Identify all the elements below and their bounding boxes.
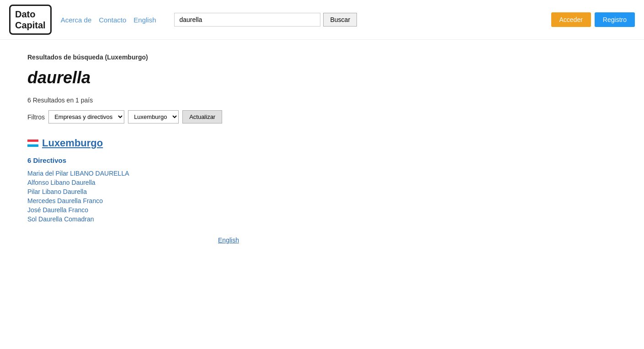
search-button[interactable]: Buscar [323,13,357,27]
logo[interactable]: Dato Capital [9,5,52,35]
results-count: 6 Resultados en 1 país [27,97,430,104]
luxembourg-flag-icon [27,140,38,147]
directivos-subtitle: 6 Directivos [27,156,430,164]
update-button[interactable]: Actualizar [182,110,222,123]
list-item: Mercedes Daurella Franco [27,197,430,204]
nav-links: Acerca de Contacto English [61,16,156,24]
list-item: Maria del Pilar LIBANO DAURELLA [27,170,430,177]
person-link[interactable]: Maria del Pilar LIBANO DAURELLA [27,170,129,177]
search-area: Buscar [174,13,542,27]
person-list: Maria del Pilar LIBANO DAURELLAAlfonso L… [27,170,430,223]
svg-rect-2 [27,145,38,147]
person-link[interactable]: Alfonso Libano Daurella [27,179,96,186]
svg-rect-0 [27,140,38,142]
nav-language[interactable]: English [133,16,156,24]
filters-label: Filtros [27,113,45,121]
footer-language-link[interactable]: English [218,236,239,244]
list-item: José Daurella Franco [27,206,430,214]
svg-rect-1 [27,142,38,144]
person-link[interactable]: Pilar Libano Daurella [27,188,87,195]
person-link[interactable]: José Daurella Franco [27,206,88,214]
filter-type-select[interactable]: Empresas y directivos [48,110,124,123]
country-header: Luxemburgo [27,137,430,149]
query-heading: daurella [27,68,430,87]
logo-line2: Capital [15,20,46,30]
results-title: Resultados de búsqueda (Luxemburgo) [27,54,430,61]
header: Dato Capital Acerca de Contacto English … [0,0,644,40]
country-name-link[interactable]: Luxemburgo [42,137,103,149]
register-button[interactable]: Registro [595,12,635,27]
auth-buttons: Acceder Registro [551,12,635,27]
person-link[interactable]: Mercedes Daurella Franco [27,197,103,204]
login-button[interactable]: Acceder [551,12,591,27]
search-input[interactable] [174,13,320,27]
nav-about[interactable]: Acerca de [61,16,92,24]
nav-contact[interactable]: Contacto [99,16,126,24]
person-link[interactable]: Sol Daurella Comadran [27,215,94,223]
logo-line1: Dato [15,9,35,19]
footer-language: English [27,236,430,244]
main-content: Resultados de búsqueda (Luxemburgo) daur… [0,40,457,258]
list-item: Pilar Libano Daurella [27,188,430,195]
list-item: Sol Daurella Comadran [27,215,430,223]
filter-country-select[interactable]: Luxemburgo [128,110,179,123]
filters-row: Filtros Empresas y directivos Luxemburgo… [27,110,430,123]
list-item: Alfonso Libano Daurella [27,179,430,186]
